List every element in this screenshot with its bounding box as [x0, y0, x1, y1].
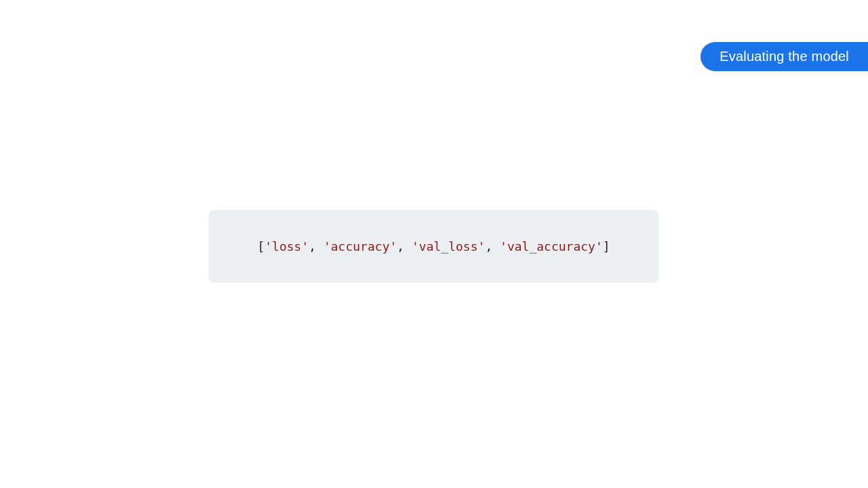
list-item-3: 'val_loss' [412, 239, 485, 253]
section-badge: Evaluating the model [701, 42, 868, 71]
list-separator: , [397, 239, 412, 253]
close-bracket: ] [603, 239, 610, 253]
list-separator: , [485, 239, 500, 253]
list-item-2: 'accuracy' [323, 239, 397, 253]
list-item-4: 'val_accuracy' [500, 239, 603, 253]
list-item-1: 'loss' [264, 239, 309, 253]
section-badge-text: Evaluating the model [719, 49, 849, 64]
open-bracket: [ [257, 239, 264, 253]
code-output-block: ['loss', 'accuracy', 'val_loss', 'val_ac… [209, 210, 658, 283]
list-separator: , [309, 239, 323, 253]
